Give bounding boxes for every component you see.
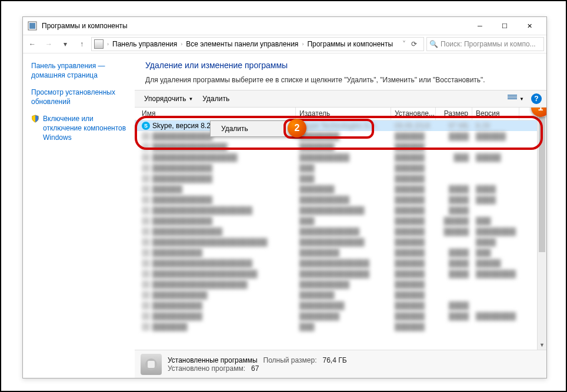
- location-icon: [94, 39, 104, 49]
- table-row[interactable]: █████████████████████: [135, 163, 546, 173]
- dropdown-icon[interactable]: ˅: [402, 40, 406, 48]
- table-row[interactable]: ████████████████████████████████████████…: [135, 226, 546, 237]
- table-row[interactable]: ████████████████████████████████████: [135, 195, 546, 205]
- window-controls: ─ ☐ ✕: [468, 18, 542, 34]
- search-icon: 🔍: [429, 40, 438, 48]
- svg-rect-1: [29, 23, 35, 29]
- table-row[interactable]: ███████████████████████████: [135, 184, 546, 195]
- breadcrumb[interactable]: › Панель управления › Все элементы панел…: [91, 37, 424, 51]
- back-button[interactable]: ←: [25, 37, 39, 51]
- view-button[interactable]: ▼: [503, 92, 529, 105]
- col-name[interactable]: Имя: [138, 108, 296, 120]
- program-list: Имя Издатель Установле... Размер Версия …: [135, 108, 546, 350]
- program-publisher: Skype Technologies S.A.: [296, 121, 391, 130]
- sidebar-link-updates[interactable]: Просмотр установленных обновлений: [31, 88, 129, 106]
- breadcrumb-seg-1[interactable]: Панель управления: [110, 40, 179, 48]
- app-icon: [28, 21, 37, 31]
- search-placeholder: Поиск: Программы и компо...: [441, 40, 536, 48]
- status-icon: [141, 354, 162, 375]
- status-bar: Установленные программы Полный размер: 7…: [135, 350, 546, 378]
- window-title: Программы и компоненты: [42, 22, 468, 30]
- program-version: 8.29: [472, 121, 519, 130]
- programs-features-window: Программы и компоненты ─ ☐ ✕ ← → ▾ ↑ › П…: [22, 16, 547, 378]
- scroll-down-button[interactable]: ▼: [538, 340, 546, 350]
- chevron-down-icon: ▼: [188, 96, 193, 102]
- skype-icon: S: [142, 122, 150, 130]
- maximize-button[interactable]: ☐: [492, 18, 517, 34]
- up-button[interactable]: ↑: [75, 37, 89, 51]
- sidebar-link-home[interactable]: Панель управления — домашняя страница: [31, 62, 129, 80]
- program-name: Skype, версия 8.29: [152, 122, 215, 130]
- page-description: Для удаления программы выберите ее в спи…: [145, 76, 536, 84]
- breadcrumb-seg-2[interactable]: Все элементы панели управления: [184, 40, 301, 48]
- status-size-value: 76,4 ГБ: [323, 356, 347, 364]
- table-row[interactable]: ████████████████████████████████████████…: [135, 205, 546, 216]
- page-title: Удаление или изменение программы: [145, 61, 536, 70]
- status-title: Установленные программы: [168, 356, 258, 364]
- chevron-right-icon: ›: [181, 41, 182, 47]
- column-headers: Имя Издатель Установле... Размер Версия: [135, 108, 546, 120]
- program-installed: 09.09.2018: [391, 121, 436, 130]
- main-panel: Удаление или изменение программы Для уда…: [135, 53, 546, 378]
- sidebar-link-features[interactable]: Включение или отключение компонентов Win…: [43, 115, 129, 142]
- address-bar: ← → ▾ ↑ › Панель управления › Все элемен…: [23, 35, 546, 53]
- status-count-value: 67: [251, 364, 259, 373]
- table-row[interactable]: ████████████████████████████████████: [135, 131, 546, 142]
- toolbar: Упорядочить ▼ Удалить ▼ ?: [135, 90, 546, 108]
- scroll-thumb[interactable]: [539, 117, 545, 252]
- minimize-button[interactable]: ─: [468, 18, 492, 34]
- status-size-label: Полный размер:: [264, 356, 317, 364]
- help-icon[interactable]: ?: [531, 93, 542, 104]
- chevron-right-icon: ›: [107, 41, 109, 47]
- svg-rect-3: [148, 361, 155, 368]
- table-row[interactable]: ████████████████████████████████████: [135, 311, 546, 321]
- table-row[interactable]: ████████████████████████████████████████…: [135, 258, 546, 269]
- col-version[interactable]: Версия: [472, 108, 519, 120]
- chevron-down-icon: ▼: [519, 96, 524, 102]
- organize-button[interactable]: Упорядочить ▼: [139, 92, 198, 105]
- breadcrumb-seg-3[interactable]: Программы и компоненты: [305, 40, 395, 48]
- sidebar: Панель управления — домашняя страница Пр…: [23, 53, 135, 378]
- titlebar: Программы и компоненты ─ ☐ ✕: [23, 17, 546, 35]
- table-row[interactable]: ████████████████████████████: [135, 142, 546, 152]
- table-row[interactable]: ████████████████████████: [135, 290, 546, 300]
- uninstall-button[interactable]: Удалить: [198, 92, 234, 105]
- forward-button[interactable]: →: [42, 37, 56, 51]
- chevron-right-icon: ›: [302, 41, 303, 47]
- program-size: 97 МБ: [436, 121, 472, 130]
- col-size[interactable]: Размер: [436, 108, 472, 120]
- view-icon: [508, 95, 517, 103]
- rows-container: S Skype, версия 8.29 Skype Technologies …: [135, 120, 546, 332]
- table-row[interactable]: ████████████████: [135, 321, 546, 332]
- recent-button[interactable]: ▾: [58, 37, 72, 51]
- table-row[interactable]: █████████████████████: [135, 173, 546, 184]
- table-row[interactable]: █████████████████████████████: [135, 216, 546, 226]
- scrollbar[interactable]: ▲ ▼: [537, 108, 546, 350]
- table-row-selected[interactable]: S Skype, версия 8.29 Skype Technologies …: [135, 120, 546, 131]
- table-row[interactable]: ████████████████████████████████████████…: [135, 152, 546, 163]
- table-row[interactable]: ████████████████████████████████████████…: [135, 237, 546, 247]
- close-button[interactable]: ✕: [517, 18, 542, 34]
- search-input[interactable]: 🔍 Поиск: Программы и компо...: [426, 37, 544, 51]
- refresh-button[interactable]: ⟳: [407, 37, 421, 51]
- table-row[interactable]: ███████████████████████████████: [135, 247, 546, 258]
- col-publisher[interactable]: Издатель: [296, 108, 391, 120]
- context-menu: Удалить: [210, 120, 296, 137]
- table-row[interactable]: ████████████████████████████████████████…: [135, 269, 546, 279]
- table-row[interactable]: ███████████████████████████████████: [135, 279, 546, 290]
- status-count-label: Установлено программ:: [168, 364, 245, 373]
- marker-2: 2: [288, 119, 306, 138]
- table-row[interactable]: █████████████████████████████: [135, 300, 546, 311]
- shield-icon: [31, 115, 39, 123]
- context-uninstall[interactable]: Удалить: [211, 121, 295, 136]
- col-installed[interactable]: Установле...: [391, 108, 436, 120]
